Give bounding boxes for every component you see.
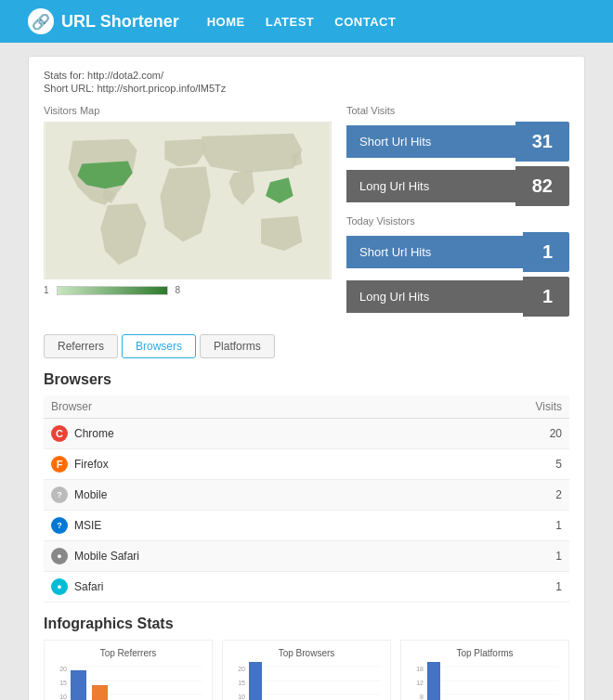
table-row: ? MSIE 1	[44, 511, 569, 541]
bar-0-0	[71, 670, 86, 700]
short-url-hits-row: Short Url Hits 31	[346, 122, 569, 162]
visits-col-header: Visits	[419, 395, 569, 419]
visits-cell-0: 20	[419, 419, 569, 449]
chart-title-2: Top Platforms	[409, 648, 561, 658]
visits-cell-1: 5	[419, 449, 569, 480]
map-label: Visitors Map	[44, 105, 332, 116]
today-short-label: Short Url Hits	[346, 236, 523, 268]
y-label-1-2: 10	[238, 694, 245, 700]
y-label-0-2: 10	[59, 694, 67, 700]
today-short-row: Short Url Hits 1	[346, 232, 569, 272]
stats-info: Stats for: http://dota2.com/ Short URL: …	[44, 70, 569, 94]
logo-icon: 🔗	[28, 8, 54, 34]
chart-box-2: Top Platforms 1812840	[400, 640, 569, 700]
main-content: Stats for: http://dota2.com/ Short URL: …	[0, 43, 613, 700]
short-url-hits-value: 31	[515, 122, 569, 162]
table-row: C Chrome 20	[44, 419, 569, 449]
header: 🔗 URL Shortener HOME LATEST CONTACT	[0, 0, 613, 43]
browser-name-3: MSIE	[74, 519, 101, 532]
chart-area-2: 1812840	[409, 662, 561, 700]
infographics-title: Infographics Stats	[44, 616, 569, 632]
visits-cell-3: 1	[419, 511, 569, 541]
browsers-section-title: Browsers	[44, 371, 569, 388]
chart-box-1: Top Browsers 20151050	[222, 640, 391, 700]
today-long-label: Long Url Hits	[346, 280, 523, 313]
browser-name-5: Safari	[74, 580, 103, 593]
logo: 🔗 URL Shortener	[28, 8, 179, 34]
map-section: Visitors Map	[44, 105, 332, 321]
long-url-line: Stats for: http://dota2.com/	[44, 70, 569, 81]
short-url-hits-label: Short Url Hits	[346, 125, 515, 158]
stats-card: Stats for: http://dota2.com/ Short URL: …	[28, 56, 585, 700]
long-url-hits-label: Long Url Hits	[346, 170, 515, 202]
nav-home[interactable]: HOME	[207, 15, 245, 29]
visits-cell-4: 1	[419, 541, 569, 572]
browser-cell-3: ? MSIE	[44, 511, 419, 541]
stats-top-row: Visitors Map	[44, 105, 569, 321]
map-legend-max: 8	[176, 285, 181, 295]
chart-svg-0: 20151050	[52, 662, 204, 700]
short-url-value: http://short.pricop.info/lM5Tz	[97, 83, 226, 94]
map-container	[44, 122, 332, 279]
bar-0-1	[92, 685, 108, 700]
y-label-1-1: 15	[238, 680, 245, 686]
short-url-line: Short URL: http://short.pricop.info/lM5T…	[44, 83, 569, 94]
nav-contact[interactable]: CONTACT	[334, 15, 396, 29]
long-url-hits-row: Long Url Hits 82	[346, 166, 569, 206]
table-row: ? Mobile 2	[44, 480, 569, 511]
chart-svg-1: 20151050	[230, 662, 383, 700]
y-label-0-0: 20	[59, 666, 67, 672]
short-url-label: Short URL:	[44, 83, 94, 94]
charts-row: Top Referrers 20151050 Top Browsers 2015…	[44, 640, 569, 700]
table-row: F Firefox 5	[44, 449, 569, 480]
map-legend: 1 8	[44, 285, 332, 295]
browser-icon-2: ?	[51, 486, 68, 503]
y-label-1-0: 20	[238, 666, 245, 672]
total-visits-label: Total Visits	[346, 105, 569, 116]
browser-name-2: Mobile	[74, 488, 107, 501]
chart-area-1: 20151050	[230, 662, 383, 700]
tabs-row: Referrers Browsers Platforms	[44, 334, 569, 358]
browser-cell-2: ? Mobile	[44, 480, 419, 511]
browser-name-1: Firefox	[74, 458, 109, 471]
y-label-0-1: 15	[59, 680, 67, 686]
browser-cell-0: C Chrome	[44, 419, 419, 449]
chart-title-1: Top Browsers	[230, 648, 383, 658]
today-short-value: 1	[523, 232, 569, 272]
browser-cell-4: ● Mobile Safari	[44, 541, 419, 572]
tab-browsers[interactable]: Browsers	[122, 334, 196, 358]
y-label-2-1: 12	[416, 680, 424, 686]
main-nav: HOME LATEST CONTACT	[207, 15, 397, 29]
browser-icon-4: ●	[51, 548, 68, 564]
long-url-label: Stats for:	[44, 70, 85, 81]
infographics-section: Infographics Stats Top Referrers 2015105…	[44, 616, 569, 700]
nav-latest[interactable]: LATEST	[266, 15, 315, 29]
browser-name-0: Chrome	[74, 427, 114, 440]
map-legend-min: 1	[44, 285, 49, 295]
bar-1-0	[249, 662, 262, 700]
map-legend-bar	[57, 286, 168, 295]
browser-icon-3: ?	[51, 517, 68, 534]
browser-icon-1: F	[51, 456, 68, 473]
tab-referrers[interactable]: Referrers	[44, 334, 118, 358]
browser-col-header: Browser	[44, 395, 419, 419]
browser-cell-5: ● Safari	[44, 572, 419, 603]
today-visitors-label: Today Visistors	[346, 215, 569, 227]
tab-platforms[interactable]: Platforms	[200, 334, 275, 358]
chart-area-0: 20151050	[52, 662, 204, 700]
table-row: ● Safari 1	[44, 572, 569, 603]
browser-name-4: Mobile Safari	[74, 550, 139, 563]
long-url-value: http://dota2.com/	[87, 70, 163, 81]
totals-section: Total Visits Short Url Hits 31 Long Url …	[346, 105, 569, 321]
today-long-value: 1	[523, 277, 569, 317]
chart-svg-2: 1812840	[409, 662, 561, 700]
y-label-2-2: 8	[420, 694, 424, 700]
browser-icon-5: ●	[51, 578, 68, 595]
visits-cell-5: 1	[419, 572, 569, 603]
world-map-svg	[45, 123, 331, 279]
chart-title-0: Top Referrers	[52, 648, 204, 658]
long-url-hits-value: 82	[515, 166, 569, 206]
browser-cell-1: F Firefox	[44, 449, 419, 480]
logo-text: URL Shortener	[61, 12, 179, 32]
bar-2-0	[427, 662, 440, 700]
